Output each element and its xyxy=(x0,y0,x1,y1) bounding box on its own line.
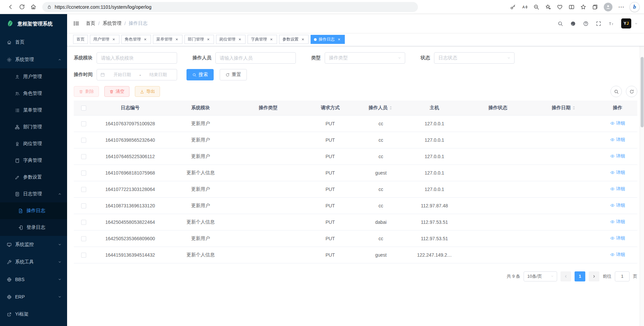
row-checkbox[interactable] xyxy=(81,121,86,126)
date-range-picker[interactable]: 开始日期 - 结束日期 xyxy=(97,69,177,80)
font-size-icon[interactable] xyxy=(608,21,614,26)
tab-dict-mgmt[interactable]: 字典管理× xyxy=(248,35,277,44)
avatar-caret-icon[interactable] xyxy=(634,22,638,25)
collections-icon[interactable] xyxy=(592,4,598,10)
sidebar-item-login-log[interactable]: 登录日志 xyxy=(0,219,67,236)
sidebar-item-system-monitor[interactable]: 系统监控 xyxy=(0,236,67,253)
sidebar-item-system-mgmt[interactable]: 系统管理 xyxy=(0,51,67,68)
github-icon[interactable] xyxy=(570,21,576,26)
copilot-bing-icon[interactable]: b xyxy=(630,2,639,12)
sort-carets-icon[interactable] xyxy=(388,106,393,110)
tab-close-icon[interactable]: × xyxy=(269,37,274,42)
row-checkbox[interactable] xyxy=(81,171,86,176)
operator-input[interactable] xyxy=(215,52,296,64)
tab-close-icon[interactable]: × xyxy=(237,37,242,42)
tab-close-icon[interactable]: × xyxy=(111,37,116,42)
sidebar-item-log-mgmt[interactable]: 日志管理 xyxy=(0,186,67,202)
sidebar-item-dict-mgmt[interactable]: 字典管理 xyxy=(0,152,67,169)
sidebar-item-oper-log[interactable]: 操作日志 xyxy=(0,202,67,219)
type-select[interactable]: 操作类型 xyxy=(325,52,405,64)
browser-profile-avatar[interactable] xyxy=(604,3,612,11)
reset-button[interactable]: 重置 xyxy=(220,69,247,80)
row-checkbox[interactable] xyxy=(81,203,86,208)
zoom-out-icon[interactable] xyxy=(533,4,539,10)
detail-link[interactable]: 详细 xyxy=(610,235,625,241)
sidebar-item-erp[interactable]: ERP xyxy=(0,288,67,306)
detail-link[interactable]: 详细 xyxy=(610,202,625,208)
breadcrumb-item[interactable]: 系统管理 xyxy=(103,20,121,26)
tab-close-icon[interactable]: × xyxy=(206,37,211,42)
tab-post-mgmt[interactable]: 岗位管理× xyxy=(216,35,246,44)
row-checkbox[interactable] xyxy=(81,154,86,159)
tab-param-settings[interactable]: 参数设置× xyxy=(279,35,309,44)
browser-more-menu-icon[interactable]: ⋯ xyxy=(618,4,624,10)
goto-page-input[interactable] xyxy=(615,271,630,281)
sidebar-item-dept-mgmt[interactable]: 部门管理 xyxy=(0,119,67,135)
detail-link[interactable]: 详细 xyxy=(610,120,625,126)
row-checkbox[interactable] xyxy=(81,187,86,192)
module-input[interactable] xyxy=(97,52,177,64)
help-icon[interactable] xyxy=(583,21,589,26)
row-checkbox[interactable] xyxy=(81,236,86,241)
sidebar-item-menu-mgmt[interactable]: 菜单管理 xyxy=(0,102,67,119)
tab-close-icon[interactable]: × xyxy=(301,37,305,42)
favorites-icon[interactable] xyxy=(580,4,586,10)
breadcrumb-item[interactable]: 首页 xyxy=(86,20,95,26)
header-search-icon[interactable] xyxy=(557,21,563,26)
browser-back-button[interactable] xyxy=(5,1,16,13)
tab-close-icon[interactable]: × xyxy=(337,37,341,42)
read-aloud-icon[interactable] xyxy=(522,4,528,10)
tab-user-mgmt[interactable]: 用户管理× xyxy=(90,35,119,44)
add-favorite-icon[interactable] xyxy=(545,4,551,10)
sidebar-item-yi-framework[interactable]: Yi框架 xyxy=(0,306,67,323)
detail-link[interactable]: 详细 xyxy=(610,219,625,225)
column-header-operator[interactable]: 操作人员 xyxy=(358,101,403,115)
detail-link[interactable]: 详细 xyxy=(610,252,625,258)
sidebar-item-post-mgmt[interactable]: 岗位管理 xyxy=(0,135,67,152)
tab-menu-mgmt[interactable]: 菜单管理× xyxy=(153,35,182,44)
tab-dept-mgmt[interactable]: 部门管理× xyxy=(184,35,214,44)
user-avatar[interactable]: YJ xyxy=(621,18,631,28)
sidebar-item-bbs[interactable]: BBS xyxy=(0,271,67,288)
tab-close-icon[interactable]: × xyxy=(174,37,179,42)
split-screen-icon[interactable] xyxy=(569,4,575,10)
browser-home-button[interactable] xyxy=(28,1,39,13)
current-page[interactable]: 1 xyxy=(575,271,585,281)
scrollbar-thumb[interactable] xyxy=(641,57,644,127)
sidebar-item-role-mgmt[interactable]: 角色管理 xyxy=(0,85,67,102)
address-bar[interactable]: https://ccnetcore.com:1101/system/log/op… xyxy=(42,2,418,12)
status-select[interactable]: 日志状态 xyxy=(434,52,515,64)
prev-page-button[interactable] xyxy=(560,271,571,281)
browser-refresh-button[interactable] xyxy=(16,1,28,13)
tab-oper-log[interactable]: 操作日志× xyxy=(311,35,345,44)
detail-link[interactable]: 详细 xyxy=(610,170,625,176)
sidebar-item-param-settings[interactable]: 参数设置 xyxy=(0,169,67,186)
tab-role-mgmt[interactable]: 角色管理× xyxy=(121,35,151,44)
delete-button[interactable]: 删除 xyxy=(74,86,99,97)
password-key-icon[interactable] xyxy=(510,4,516,10)
row-checkbox[interactable] xyxy=(81,220,86,225)
refresh-table-button[interactable] xyxy=(626,86,637,97)
tab-close-icon[interactable]: × xyxy=(143,37,148,42)
sidebar-item-user-mgmt[interactable]: 用户管理 xyxy=(0,68,67,85)
clear-button[interactable]: 清空 xyxy=(104,86,129,97)
sidebar-item-system-tools[interactable]: 系统工具 xyxy=(0,253,67,271)
detail-link[interactable]: 详细 xyxy=(610,153,625,159)
column-header-date[interactable]: 操作日期 xyxy=(530,101,598,115)
page-scrollbar[interactable] xyxy=(640,14,644,326)
row-checkbox[interactable] xyxy=(81,138,86,143)
sidebar-item-home[interactable]: 首页 xyxy=(0,34,67,51)
search-button[interactable]: 搜索 xyxy=(186,69,214,80)
sort-carets-icon[interactable] xyxy=(572,106,576,110)
collapse-sidebar-button[interactable] xyxy=(73,20,80,27)
fullscreen-icon[interactable] xyxy=(596,21,601,26)
next-page-button[interactable] xyxy=(589,271,599,281)
browser-essentials-icon[interactable] xyxy=(557,4,563,10)
detail-link[interactable]: 详细 xyxy=(610,186,625,192)
export-button[interactable]: 导出 xyxy=(135,86,160,97)
detail-link[interactable]: 详细 xyxy=(610,137,625,143)
tab-home[interactable]: 首页 xyxy=(73,35,88,44)
page-size-select[interactable]: 10条/页 xyxy=(524,271,557,281)
row-checkbox[interactable] xyxy=(81,253,86,258)
select-all-checkbox[interactable] xyxy=(81,106,86,111)
